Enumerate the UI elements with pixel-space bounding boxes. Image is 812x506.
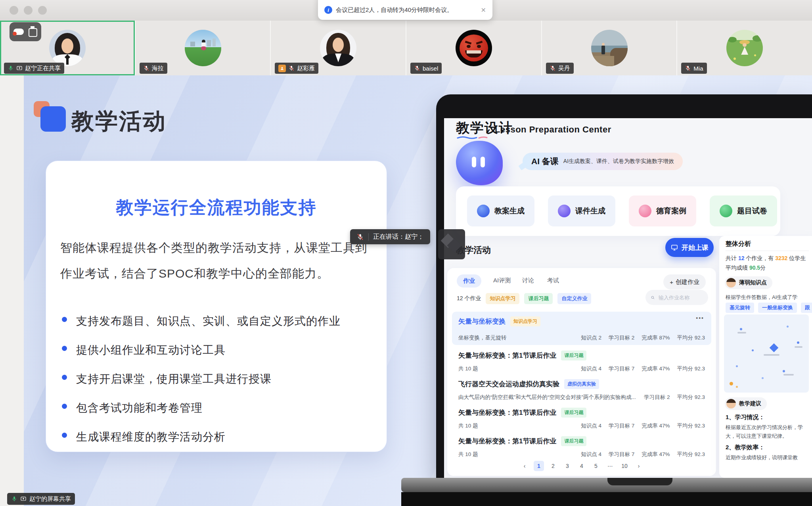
filter-tag-homework[interactable]: 课后习题 [524, 293, 553, 304]
screen-recording-widget[interactable] [10, 22, 41, 41]
filter-tag-knowledge[interactable]: 知识点学习 [486, 293, 519, 304]
avatar [185, 30, 221, 66]
participant-strip: 赵宁正在共享 海拉 [0, 21, 812, 75]
tab-ai-eval[interactable]: AI评测 [493, 277, 511, 284]
assignment-title[interactable]: 矢量与坐标变换：第1节课后作业 [458, 408, 556, 417]
mic-muted-icon [550, 65, 556, 71]
mic-muted-icon [288, 65, 295, 71]
advice-heading-1: 1、学习情况： [726, 414, 764, 421]
close-icon[interactable]: ✕ [481, 6, 486, 14]
exam-paper-button[interactable]: 题目试卷 [710, 196, 777, 226]
participant-tile-zhaocaiyan[interactable]: 赵彩雁 [271, 21, 406, 75]
participant-label: 赵宁正在共享 [4, 63, 64, 74]
page-number[interactable]: 3 [562, 461, 573, 471]
avatar [320, 30, 356, 66]
slide-content-card: 教学运行全流程功能支持 智能体课程提供各个类型的教学活动支持，从课堂工具到作业考… [46, 161, 387, 452]
screen-share-status-label: 赵宁的屏幕共享 [7, 493, 75, 505]
assignment-row[interactable]: 矢量与坐标变换 知识点学习 ••• 坐标变换，基元旋转 知识点 2学习目标 2完… [452, 312, 711, 345]
assignment-title[interactable]: 矢量与坐标变换：第1节课后作业 [458, 351, 556, 360]
page-number[interactable]: 10 [619, 461, 630, 471]
advice-pill: 教学建议 [725, 397, 767, 410]
mic-muted-icon [356, 233, 364, 241]
assignment-desc: 共 10 题 [458, 365, 574, 372]
screen-share-icon [16, 65, 23, 71]
participant-name: 赵彩雁 [297, 65, 315, 72]
mic-muted-icon [143, 65, 149, 71]
page-number[interactable]: 1 [534, 461, 544, 471]
advice-body-1b: 大，可以注意下课堂纪律。 [726, 433, 787, 440]
exam-paper-icon [720, 205, 732, 217]
speaking-toast-text: 正在讲话：赵宁； [373, 233, 424, 241]
page-number[interactable]: 2 [548, 461, 558, 471]
page-next[interactable]: › [634, 461, 644, 471]
bullet-item: 包含考试功能和考卷管理 [62, 401, 341, 429]
assignment-row[interactable]: 矢量与坐标变换：第1节课后作业 课后习题 共 10 题 知识点 4学习目标 7完… [452, 346, 711, 374]
courseware-button[interactable]: 课件生成 [548, 196, 615, 226]
window-close-button[interactable] [10, 6, 18, 15]
mic-active-icon [11, 496, 17, 502]
assignment-tag: 虚拟仿真实验 [564, 379, 599, 389]
moral-case-button[interactable]: 德育案例 [629, 196, 696, 226]
bullet-dot [62, 317, 67, 322]
ai-mascot [456, 141, 503, 185]
analysis-summary-line1: 共计 12 个作业，有 3232 位学生 [726, 255, 806, 262]
assignment-row[interactable]: 飞行器空天交会运动虚拟仿真实验 虚拟仿真实验 由大气层内的“防空拦截”和大气层外… [452, 374, 711, 403]
assignment-desc: 坐标变换，基元旋转 [458, 334, 574, 341]
weak-tag[interactable]: 一般坐标变换 [758, 303, 797, 313]
assignment-title[interactable]: 飞行器空天交会运动虚拟仿真实验 [458, 380, 559, 389]
weak-points-pill: 薄弱知识点 [725, 276, 772, 289]
monitor-icon [670, 243, 678, 251]
weak-tag[interactable]: 基元旋转 [726, 303, 754, 313]
row-menu-icon[interactable]: ••• [696, 315, 704, 321]
assignment-tag: 课后习题 [561, 408, 586, 418]
product-watermark-logo [438, 229, 465, 259]
knowledge-graph [724, 314, 809, 393]
search-box[interactable] [645, 290, 708, 305]
participant-tile-haila[interactable]: 海拉 [136, 21, 271, 75]
mic-muted-icon [685, 65, 691, 71]
laptop-shadow [401, 492, 812, 506]
tab-homework[interactable]: 作业 [457, 274, 481, 288]
banner-text: 会议已超过2人，自动转为40分钟限时会议。 [336, 6, 477, 14]
participant-label: Mia [681, 63, 707, 74]
advice-body-1a: 根据最近五次的学习情况分析，学 [726, 424, 803, 431]
assignment-tag: 知识点学习 [510, 316, 540, 326]
search-input[interactable] [658, 294, 703, 301]
filter-tag-custom[interactable]: 自定义作业 [557, 293, 591, 304]
participant-name: Mia [693, 65, 703, 72]
mic-muted-icon [414, 65, 420, 71]
analysis-summary-line2: 平均成绩 90.5分 [726, 264, 766, 272]
advice-title: 教学建议 [739, 400, 761, 407]
create-assignment-button[interactable]: + 创建作业 [663, 274, 706, 289]
tab-discussion[interactable]: 讨论 [522, 277, 534, 284]
assignment-title[interactable]: 矢量与坐标变换：第1节课后作业 [458, 437, 556, 446]
share-label-text: 赵宁的屏幕共享 [29, 495, 71, 503]
tab-exam[interactable]: 考试 [547, 277, 559, 284]
avatar [49, 30, 86, 66]
assignment-title[interactable]: 矢量与坐标变换 [458, 317, 506, 326]
lesson-plan-button[interactable]: 教案生成 [467, 196, 534, 226]
teacher-avatar [726, 399, 736, 408]
assignment-row[interactable]: 矢量与坐标变换：第1节课后作业 课后习题 共 10 题 知识点 4学习目标 7完… [452, 403, 711, 431]
assignment-stats: 知识点 4学习目标 7完成率 47%平均分 92.3 [574, 365, 705, 372]
weak-tag[interactable]: 跟 [801, 303, 812, 313]
ai-badge: AI 备课 [531, 156, 559, 167]
page-number[interactable]: 5 [591, 461, 601, 471]
assignment-tag: 课后习题 [561, 436, 586, 446]
record-dot-icon [13, 32, 17, 36]
participant-tile-wudan[interactable]: 吴丹 [542, 21, 678, 75]
page-number[interactable]: 4 [576, 461, 587, 471]
participant-tile-mia[interactable]: Mia [677, 21, 812, 75]
plus-icon: + [670, 279, 673, 286]
graph-orange-node [730, 382, 733, 385]
window-minimize-button[interactable] [24, 6, 33, 15]
assignment-tag: 课后习题 [561, 351, 586, 360]
participant-tile-baisel[interactable]: baisel [406, 21, 542, 75]
page-prev[interactable]: ‹ [519, 461, 530, 471]
window-zoom-button[interactable] [38, 6, 47, 15]
moral-case-icon [639, 205, 651, 217]
graph-main-node [770, 343, 779, 353]
assignment-row[interactable]: 矢量与坐标变换：第1节课后作业 课后习题 共 10 题 知识点 4学习目标 7完… [452, 431, 711, 460]
start-class-button[interactable]: 开始上课 [665, 238, 714, 257]
bullet-item: 提供小组作业和互动讨论工具 [62, 343, 341, 372]
